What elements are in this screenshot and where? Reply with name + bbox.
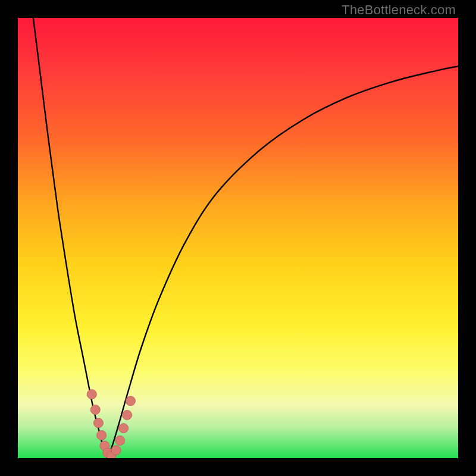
data-point-marker xyxy=(123,410,132,419)
data-point-marker xyxy=(87,390,96,399)
watermark-text: TheBottleneck.com xyxy=(342,2,456,18)
data-point-marker xyxy=(126,396,135,406)
data-point-marker xyxy=(115,436,125,445)
chart-frame: TheBottleneck.com xyxy=(0,0,476,476)
curve-right-branch xyxy=(107,66,458,458)
plot-area xyxy=(18,18,458,458)
data-point-marker xyxy=(111,446,121,455)
data-point-marker xyxy=(93,418,103,428)
data-point-marker xyxy=(97,431,107,440)
data-point-marker xyxy=(90,405,100,415)
data-point-marker xyxy=(119,424,129,433)
chart-svg xyxy=(18,18,458,458)
